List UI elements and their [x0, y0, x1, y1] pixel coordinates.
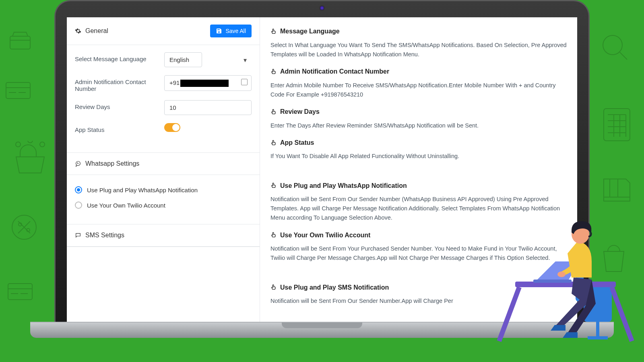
help-wa-twilio-h: Use Your Own Twilio Account [280, 230, 370, 241]
pointer-icon [270, 109, 277, 115]
save-all-label: Save All [225, 28, 246, 34]
pointer-icon [270, 28, 277, 35]
admin-contact-prefix: +91 [169, 79, 180, 86]
svg-rect-0 [10, 36, 30, 49]
app-status-toggle[interactable] [164, 123, 180, 132]
help-sms-plug-h: Use Plug and Play SMS Notification [280, 282, 389, 293]
svg-rect-1 [6, 82, 30, 99]
help-wa-plug-p: Notification will be Sent From Our Sende… [270, 195, 567, 223]
app-screen: General Save All Select Messa [67, 17, 577, 322]
admin-contact-input[interactable]: +91 [164, 75, 252, 91]
help-wa-plug-h: Use Plug and Play WhatsApp Notification [280, 181, 407, 191]
help-sms-plug-p: Notification will be Sent From Our Sende… [270, 296, 567, 306]
pointer-icon [270, 182, 277, 189]
radio-unchecked-icon [75, 202, 82, 209]
pointer-icon [270, 284, 277, 290]
camera-dot [319, 5, 325, 11]
review-days-input[interactable] [164, 100, 252, 115]
whatsapp-title: Whatsapp Settings [85, 160, 139, 167]
whatsapp-card: Whatsapp Settings Use Plug and Play What… [67, 153, 260, 224]
svg-point-3 [19, 223, 22, 226]
app-status-label: App Status [75, 123, 159, 133]
save-all-button[interactable]: Save All [210, 25, 252, 37]
language-select[interactable]: English [164, 52, 202, 67]
help-column: Message Language Select In What Language… [260, 17, 577, 322]
chat-icon [75, 232, 81, 239]
whatsapp-plug-label: Use Plug and Play WhatsApp Notification [87, 187, 198, 193]
help-status-p: If You Want To Disable All App Related F… [270, 152, 567, 161]
svg-rect-7 [604, 109, 630, 141]
svg-point-6 [603, 35, 622, 55]
settings-column: General Save All Select Messa [67, 17, 260, 322]
help-admin-p: Enter Admin Mobile Number To Receive SMS… [270, 81, 567, 99]
pointer-icon [270, 140, 277, 146]
svg-rect-5 [8, 284, 32, 300]
help-msg-lang-p: Select In What Language You Want To Send… [270, 41, 567, 59]
general-title: General [85, 27, 108, 35]
whatsapp-icon [75, 160, 81, 167]
svg-point-8 [76, 161, 80, 166]
pointer-icon [270, 232, 277, 238]
svg-point-2 [12, 215, 36, 239]
svg-point-4 [27, 228, 30, 232]
help-wa-twilio-p: Notification will be Sent From Your Purc… [270, 244, 567, 263]
help-msg-lang-h: Message Language [280, 26, 340, 37]
pointer-icon [270, 68, 277, 75]
whatsapp-option-twilio[interactable]: Use Your Own Twilio Account [75, 197, 252, 213]
laptop-frame: General Save All Select Messa [54, 0, 590, 362]
sms-title: SMS Settings [85, 232, 124, 239]
admin-contact-label: Admin Notification Contact Number [75, 75, 159, 92]
whatsapp-option-plug[interactable]: Use Plug and Play WhatsApp Notification [75, 182, 252, 197]
sms-card: SMS Settings [67, 224, 260, 247]
redacted-number [180, 80, 229, 87]
help-review-h: Review Days [280, 107, 320, 117]
whatsapp-twilio-label: Use Your Own Twilio Account [87, 202, 165, 209]
general-card: General Save All Select Messa [67, 17, 260, 153]
save-icon [216, 28, 222, 34]
radio-checked-icon [75, 186, 82, 193]
review-days-label: Review Days [75, 100, 159, 110]
help-admin-h: Admin Notification Contact Number [280, 66, 389, 77]
laptop-base [30, 322, 614, 338]
gear-icon [75, 28, 81, 34]
help-review-p: Enter The Days After Review Reminder SMS… [270, 121, 567, 130]
language-label: Select Message Language [75, 52, 159, 62]
help-status-h: App Status [280, 138, 314, 148]
